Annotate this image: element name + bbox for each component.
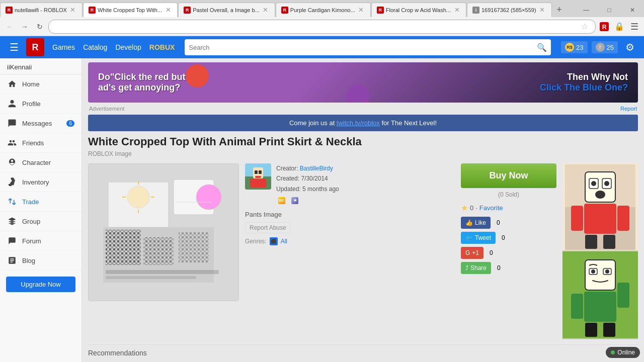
sidebar-item-character[interactable]: Character (0, 153, 82, 172)
svg-rect-38 (617, 206, 629, 231)
svg-rect-11 (179, 232, 209, 262)
sidebar-item-forum[interactable]: Forum (0, 231, 82, 251)
refresh-button[interactable]: ↻ (33, 20, 46, 33)
sidebar-item-group[interactable]: Group (0, 212, 82, 231)
home-icon (7, 79, 17, 89)
recommendations-section: Recommendations (88, 344, 638, 357)
ad-report-link[interactable]: Report (620, 106, 637, 112)
sidebar-item-messages[interactable]: Messages 6 (0, 114, 82, 133)
svg-point-33 (591, 181, 596, 186)
tweet-button[interactable]: 🐦 Tweet (461, 232, 496, 244)
svg-rect-37 (571, 206, 583, 231)
buy-box: Buy Now (0 Sold) ★ 0 · Favorite 👍 Like (461, 163, 556, 277)
updated-value: 5 months ago (302, 186, 339, 193)
tab-close-4[interactable]: ✕ (357, 6, 365, 14)
ad-text-2: ad's get annoying? (98, 82, 337, 93)
tab-close-1[interactable]: ✕ (69, 6, 77, 14)
buy-now-button[interactable]: Buy Now (461, 163, 556, 188)
settings-button[interactable]: ⚙ (622, 39, 638, 55)
share-count: 0 (494, 263, 504, 273)
search-icon[interactable]: 🔍 (537, 43, 547, 52)
svg-rect-25 (255, 176, 261, 178)
forward-button[interactable]: → (18, 20, 31, 33)
profile-icon (7, 99, 17, 109)
blog-icon (7, 255, 17, 265)
creator-name-link[interactable]: BastilleBirdy (300, 165, 333, 172)
created-row: Created: 7/30/2014 (276, 173, 339, 184)
recommendations-label: Recommendations (88, 349, 147, 357)
sidebar-item-blog[interactable]: Blog (0, 251, 82, 270)
sidebar-label-friends: Friends (22, 139, 44, 147)
tab-label-4: Purple Cardigan Kimono... (290, 7, 355, 13)
twitter-icon: 🐦 (465, 234, 473, 241)
address-bar[interactable]: www.roblox.com/White-Cropped-Top-With-An… (48, 20, 596, 34)
sidebar-item-friends[interactable]: Friends (0, 133, 82, 153)
tab-label-5: Floral Crop w Acid Wash... (386, 7, 451, 13)
nav-link-robux[interactable]: ROBUX (149, 41, 175, 53)
sidebar-item-home[interactable]: Home (0, 74, 82, 94)
group-icon (7, 216, 17, 226)
tab-floral-crop[interactable]: R Floral Crop w Acid Wash... ✕ (371, 3, 466, 17)
svg-rect-39 (585, 235, 597, 249)
upgrade-button[interactable]: Upgrade Now (6, 277, 75, 292)
maximize-button[interactable]: □ (598, 2, 621, 19)
tab-close-2[interactable]: ✕ (164, 6, 172, 14)
like-row: 👍 Like 0 (461, 217, 556, 229)
search-input[interactable] (189, 44, 537, 51)
hamburger-button[interactable]: ☰ (6, 39, 22, 55)
nav-link-catalog[interactable]: Catalog (83, 41, 107, 53)
sidebar-label-profile: Profile (22, 100, 41, 108)
sidebar-item-trade[interactable]: Trade (0, 192, 82, 212)
close-button[interactable]: ✕ (621, 2, 644, 19)
creator-label: Creator: (276, 165, 298, 172)
tab-image[interactable]: i 169167362 (585×559) ✕ (467, 3, 552, 17)
svg-rect-47 (584, 292, 616, 322)
genres-label: Genres: (245, 238, 267, 245)
tickets-badge[interactable]: T 25 (592, 41, 618, 53)
report-abuse-link[interactable]: Report Abuse (245, 222, 291, 233)
gplus-button[interactable]: G +1 (461, 247, 484, 259)
new-tab-button[interactable]: + (552, 3, 567, 17)
twitch-link[interactable]: twitch.tv/roblox (337, 119, 380, 127)
tab-close-6[interactable]: ✕ (538, 6, 546, 14)
tab-nutellawifi[interactable]: R nutellawifi - ROBLOX ✕ (0, 3, 83, 17)
sidebar-item-inventory[interactable]: Inventory (0, 172, 82, 192)
svg-point-35 (595, 191, 605, 199)
nav-link-games[interactable]: Games (52, 41, 75, 53)
robux-icon: R$ (565, 43, 574, 52)
genre-link[interactable]: All (281, 238, 287, 245)
roblox-nav-icon[interactable]: R (598, 20, 611, 33)
svg-rect-19 (106, 276, 196, 279)
like-label: Like (475, 219, 486, 226)
nav-link-develop[interactable]: Develop (115, 41, 141, 53)
tab-favicon-3: R (184, 7, 191, 14)
tab-close-5[interactable]: ✕ (453, 6, 461, 14)
bc-badge: BC (276, 197, 287, 205)
browser-nav-icons: R 🔒 ☰ (598, 20, 641, 33)
share-button[interactable]: ⤴ Share (461, 262, 491, 274)
svg-rect-49 (617, 283, 629, 308)
tab-close-3[interactable]: ✕ (262, 6, 270, 14)
tab-purple-cardigan[interactable]: R Purple Cardigan Kimono... ✕ (276, 3, 371, 17)
tab-white-cropped[interactable]: R White Cropped Top With... ✕ (83, 3, 178, 17)
sidebar-item-profile[interactable]: Profile (0, 94, 82, 114)
tab-label-1: nutellawifi - ROBLOX (15, 7, 67, 13)
robux-badge[interactable]: R$ 23 (561, 41, 587, 53)
like-button[interactable]: 👍 Like (461, 217, 491, 229)
twitch-text-after: for The Next Level! (380, 119, 437, 127)
creator-avatar (245, 163, 271, 190)
item-page: White Cropped Top With Animal Print Skir… (88, 135, 638, 357)
online-dot (611, 350, 615, 354)
tab-pastel-overall[interactable]: R Pastel Overall, a Image b... ✕ (178, 3, 275, 17)
menu-button[interactable]: ☰ (628, 20, 641, 33)
url-input[interactable]: www.roblox.com/White-Cropped-Top-With-An… (54, 23, 579, 30)
tickets-icon: T (596, 43, 605, 52)
share-icon: ⤴ (465, 264, 468, 272)
svg-rect-10 (143, 237, 174, 265)
back-button[interactable]: ← (3, 20, 16, 33)
favorite-link[interactable]: Favorite (479, 204, 503, 212)
extension-icon[interactable]: 🔒 (613, 20, 626, 33)
roblox-logo[interactable]: R (26, 38, 44, 56)
minimize-button[interactable]: — (575, 2, 598, 19)
bookmark-star-icon[interactable]: ☆ (579, 22, 590, 31)
